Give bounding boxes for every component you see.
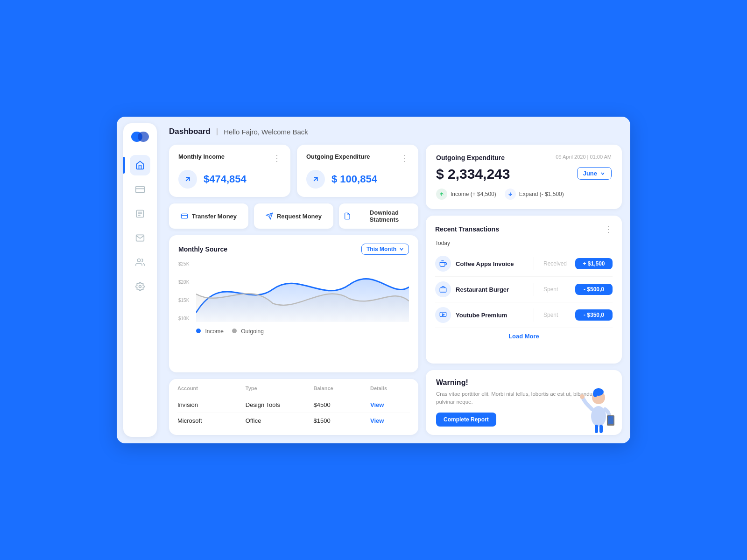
sidebar-item-settings[interactable]: [130, 276, 150, 297]
sidebar-item-card[interactable]: [130, 179, 150, 200]
download-statements-label: Download Statments: [355, 209, 414, 223]
txn-divider: [534, 308, 534, 322]
complete-report-button[interactable]: Complete Report: [436, 413, 496, 427]
sidebar-item-people[interactable]: [130, 252, 150, 273]
right-column: Outgoing Expenditure 09 April 2020 | 01:…: [426, 145, 622, 435]
recent-transactions-card: Recent Transactions ⋮ Today Coffee Apps …: [426, 216, 622, 364]
table-header: Account Type Balance Details: [177, 385, 410, 395]
sidebar-item-file[interactable]: [130, 203, 150, 224]
outgoing-amount-row: $ 2,334,243 June: [436, 166, 612, 182]
txn-amount-youtube: - $350,0: [575, 309, 613, 321]
row1-account: Invision: [177, 401, 246, 408]
table-row: Microsoft Office $1500 View: [177, 413, 410, 428]
txn-status-restaurant: Spent: [543, 286, 571, 293]
chart-y-labels: $25K $20K $15K $10K: [178, 261, 189, 322]
june-chevron-icon: [600, 171, 606, 176]
svg-point-8: [137, 259, 141, 262]
txn-status-youtube: Spent: [543, 312, 571, 318]
outgoing-small-card: Outgoing Expenditure ⋮ $ 100,854: [297, 145, 418, 197]
income-up-icon: [436, 189, 447, 200]
content-grid: Monthly Income ⋮ $474,854: [169, 145, 622, 435]
outgoing-small-more[interactable]: ⋮: [401, 153, 409, 163]
chart-label-20k: $20K: [178, 280, 189, 285]
col-type: Type: [246, 385, 314, 391]
outgoing-legend-label: Outgoing: [241, 328, 264, 335]
warning-card: Warning! Cras vitae porttitor elit. Morb…: [426, 370, 622, 435]
outgoing-small-value: $ 100,854: [331, 173, 377, 185]
row2-account: Microsoft: [177, 417, 246, 424]
outgoing-amount-value: $ 2,334,243: [436, 166, 510, 182]
chart-label-15k: $15K: [178, 298, 189, 303]
svg-point-1: [138, 132, 149, 142]
chart-month-label: This Month: [366, 246, 396, 252]
actions-row: Transfer Money Request Money Download St…: [169, 203, 418, 229]
svg-rect-19: [440, 288, 446, 292]
expand-indicator: Expand (- $1,500): [505, 189, 564, 200]
txn-status-coffee: Received: [543, 260, 571, 267]
outgoing-icon-circle: [306, 170, 325, 189]
warning-illustration: [574, 384, 616, 435]
youtube-icon-circle: [435, 307, 451, 323]
request-icon: [266, 212, 273, 220]
table-row: Invision Design Tools $4500 View: [177, 397, 410, 413]
chevron-down-icon: [399, 247, 404, 252]
chart-title: Monthly Source: [178, 245, 227, 253]
row2-view[interactable]: View: [370, 417, 410, 424]
chart-svg-wrapper: [196, 261, 409, 322]
dashboard-title: Dashboard: [169, 127, 211, 136]
app-container: Dashboard | Hello Fajro, Welcome Back Mo…: [117, 117, 630, 443]
left-column: Monthly Income ⋮ $474,854: [169, 145, 418, 435]
txn-divider: [534, 283, 534, 296]
header-welcome: Hello Fajro, Welcome Back: [224, 128, 308, 136]
svg-rect-12: [181, 214, 187, 218]
txn-name-coffee: Coffee Apps Invoice: [456, 260, 524, 267]
svg-marker-21: [443, 314, 444, 315]
col-details: Details: [370, 385, 410, 391]
row1-type: Design Tools: [246, 401, 314, 408]
sidebar-item-mail[interactable]: [130, 228, 150, 248]
col-account: Account: [177, 385, 246, 391]
row1-balance: $4500: [314, 401, 370, 408]
transaction-row-youtube: Youtube Premium Spent - $350,0: [435, 302, 613, 328]
txn-name-youtube: Youtube Premium: [456, 312, 524, 319]
outgoing-card-title: Outgoing Expenditure: [436, 154, 505, 161]
transfer-money-button[interactable]: Transfer Money: [169, 203, 248, 229]
svg-rect-28: [608, 416, 613, 424]
chart-month-select[interactable]: This Month: [361, 244, 409, 255]
sidebar-nav: [123, 155, 157, 297]
transaction-row-restaurant: Restaurant Burger Spent - $500,0: [435, 277, 613, 302]
chart-legend: Income Outgoing: [178, 327, 409, 335]
monthly-income-more[interactable]: ⋮: [273, 153, 281, 163]
load-more-button[interactable]: Load More: [435, 333, 613, 340]
expand-indicator-label: Expand (- $1,500): [519, 191, 564, 197]
outgoing-date: 09 April 2020 | 01:00 AM: [556, 154, 612, 160]
row2-type: Office: [246, 417, 314, 424]
chart-label-10k: $10K: [178, 316, 189, 321]
svg-point-26: [580, 394, 585, 399]
chart-card: Monthly Source This Month $25K $20K $15K…: [169, 235, 418, 372]
outgoing-small-title: Outgoing Expenditure: [306, 153, 370, 160]
request-money-label: Request Money: [277, 213, 322, 220]
coffee-icon-circle: [435, 256, 451, 272]
transaction-row-coffee: Coffee Apps Invoice Received + $1,500: [435, 251, 613, 277]
svg-point-9: [139, 286, 141, 288]
col-balance: Balance: [314, 385, 370, 391]
income-legend-dot: Income: [196, 327, 224, 335]
restaurant-icon-circle: [435, 281, 451, 297]
download-statements-button[interactable]: Download Statments: [339, 203, 418, 229]
expand-down-icon: [505, 189, 516, 200]
row2-balance: $1500: [314, 417, 370, 424]
request-money-button[interactable]: Request Money: [254, 203, 333, 229]
main-area: Dashboard | Hello Fajro, Welcome Back Mo…: [163, 117, 630, 443]
income-indicator: Income (+ $4,500): [436, 189, 496, 200]
row1-view[interactable]: View: [370, 401, 410, 408]
june-month-select[interactable]: June: [577, 167, 612, 180]
logo: [131, 132, 149, 144]
transactions-more[interactable]: ⋮: [604, 224, 613, 234]
monthly-income-card: Monthly Income ⋮ $474,854: [169, 145, 290, 197]
june-label: June: [583, 170, 597, 177]
sidebar-item-home[interactable]: [130, 155, 150, 175]
transactions-title: Recent Transactions: [435, 225, 499, 233]
svg-rect-30: [599, 425, 603, 433]
svg-line-10: [186, 177, 190, 181]
